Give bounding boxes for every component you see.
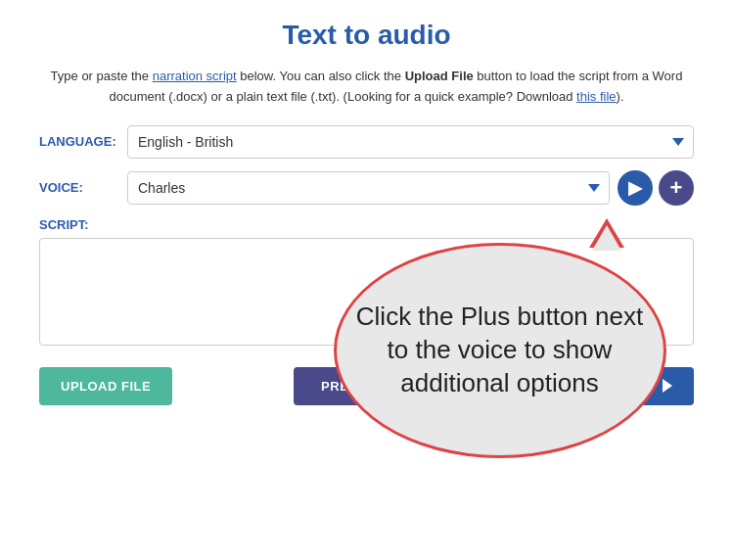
voice-buttons-group: ▶ + [618,170,694,206]
desc-part1: Type or paste the [51,69,153,83]
upload-file-bold: Upload File [405,69,474,83]
description-text: Type or paste the narration script below… [39,67,694,108]
voice-select-wrapper: Charles [127,171,610,205]
desc-part4: ). [617,89,624,104]
voice-label: VOICE: [39,180,127,195]
upload-file-button[interactable]: UPLOAD FILE [39,367,172,405]
callout-bubble: Click the Plus button next to the voice … [334,243,666,458]
create-audio-play-icon [663,379,672,393]
language-select-wrapper: English - British [127,125,694,159]
this-file-link[interactable]: this file [576,89,616,104]
language-select[interactable]: English - British [127,125,694,159]
plus-options-button[interactable]: + [659,170,694,206]
play-voice-button[interactable]: ▶ [618,170,653,206]
language-row: LANGUAGE: English - British [39,125,694,159]
narration-script-link[interactable]: narration script [153,69,237,83]
callout-text: Click the Plus button next to the voice … [356,301,644,399]
voice-select[interactable]: Charles [127,171,610,205]
voice-row: VOICE: Charles ▶ + [39,170,694,206]
language-label: LANGUAGE: [39,134,127,149]
desc-part2: below. You can also click the [237,69,405,83]
page-title: Text to audio [39,20,694,51]
